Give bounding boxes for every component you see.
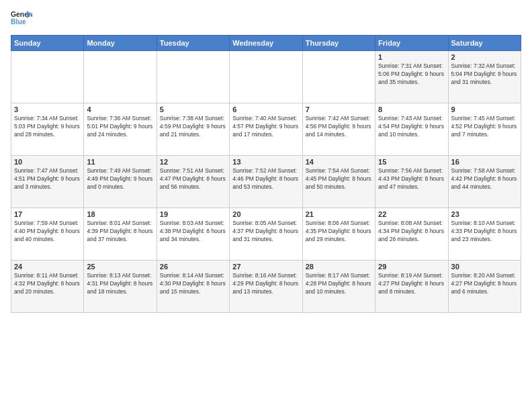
calendar-cell: 27Sunrise: 8:16 AM Sunset: 4:29 PM Dayli… — [230, 261, 302, 313]
calendar-cell: 30Sunrise: 8:20 AM Sunset: 4:27 PM Dayli… — [448, 261, 521, 313]
calendar-cell: 22Sunrise: 8:08 AM Sunset: 4:34 PM Dayli… — [375, 208, 448, 261]
day-number: 12 — [160, 158, 226, 166]
calendar-cell: 24Sunrise: 8:11 AM Sunset: 4:32 PM Dayli… — [11, 261, 84, 313]
day-number: 3 — [14, 105, 81, 113]
weekday-header-thursday: Thursday — [302, 36, 375, 51]
day-number: 11 — [87, 158, 153, 166]
day-number: 25 — [87, 263, 153, 271]
day-number: 9 — [451, 105, 518, 113]
weekday-header-wednesday: Wednesday — [230, 36, 302, 51]
weekday-header-tuesday: Tuesday — [157, 36, 229, 51]
weekday-header-row: SundayMondayTuesdayWednesdayThursdayFrid… — [11, 36, 521, 51]
calendar-cell: 8Sunrise: 7:43 AM Sunset: 4:54 PM Daylig… — [375, 103, 448, 156]
calendar-cell: 1Sunrise: 7:31 AM Sunset: 5:06 PM Daylig… — [375, 51, 448, 103]
day-number: 27 — [232, 263, 299, 271]
day-info: Sunrise: 7:31 AM Sunset: 5:06 PM Dayligh… — [378, 62, 445, 87]
day-number: 8 — [378, 105, 445, 113]
day-number: 2 — [451, 53, 518, 61]
day-info: Sunrise: 7:40 AM Sunset: 4:57 PM Dayligh… — [232, 115, 299, 139]
day-number: 26 — [160, 263, 226, 271]
day-number: 15 — [378, 158, 445, 166]
day-info: Sunrise: 7:51 AM Sunset: 4:47 PM Dayligh… — [160, 167, 226, 191]
day-info: Sunrise: 8:05 AM Sunset: 4:37 PM Dayligh… — [232, 220, 299, 244]
calendar-cell — [157, 51, 229, 103]
day-info: Sunrise: 8:14 AM Sunset: 4:30 PM Dayligh… — [160, 272, 226, 296]
day-info: Sunrise: 8:03 AM Sunset: 4:38 PM Dayligh… — [160, 220, 226, 244]
calendar-cell: 14Sunrise: 7:54 AM Sunset: 4:45 PM Dayli… — [302, 156, 375, 208]
week-row-1: 1Sunrise: 7:31 AM Sunset: 5:06 PM Daylig… — [11, 51, 521, 103]
calendar: SundayMondayTuesdayWednesdayThursdayFrid… — [11, 35, 521, 313]
week-row-5: 24Sunrise: 8:11 AM Sunset: 4:32 PM Dayli… — [11, 261, 521, 313]
calendar-cell: 19Sunrise: 8:03 AM Sunset: 4:38 PM Dayli… — [157, 208, 229, 261]
day-info: Sunrise: 7:34 AM Sunset: 5:03 PM Dayligh… — [14, 115, 81, 139]
week-row-2: 3Sunrise: 7:34 AM Sunset: 5:03 PM Daylig… — [11, 103, 521, 156]
day-info: Sunrise: 8:17 AM Sunset: 4:28 PM Dayligh… — [306, 272, 372, 296]
calendar-cell: 23Sunrise: 8:10 AM Sunset: 4:33 PM Dayli… — [448, 208, 521, 261]
calendar-cell: 4Sunrise: 7:36 AM Sunset: 5:01 PM Daylig… — [84, 103, 157, 156]
calendar-cell: 11Sunrise: 7:49 AM Sunset: 4:49 PM Dayli… — [84, 156, 157, 208]
calendar-cell: 20Sunrise: 8:05 AM Sunset: 4:37 PM Dayli… — [230, 208, 302, 261]
week-row-3: 10Sunrise: 7:47 AM Sunset: 4:51 PM Dayli… — [11, 156, 521, 208]
day-number: 17 — [14, 210, 81, 218]
weekday-header-sunday: Sunday — [11, 36, 84, 51]
day-number: 23 — [451, 210, 518, 218]
day-info: Sunrise: 8:08 AM Sunset: 4:34 PM Dayligh… — [378, 220, 445, 244]
calendar-cell: 18Sunrise: 8:01 AM Sunset: 4:39 PM Dayli… — [84, 208, 157, 261]
day-number: 22 — [378, 210, 445, 218]
svg-text:Blue: Blue — [11, 18, 26, 26]
day-info: Sunrise: 7:52 AM Sunset: 4:46 PM Dayligh… — [232, 167, 299, 191]
calendar-cell — [11, 51, 84, 103]
calendar-cell — [302, 51, 375, 103]
day-info: Sunrise: 8:19 AM Sunset: 4:27 PM Dayligh… — [378, 272, 445, 296]
calendar-cell: 6Sunrise: 7:40 AM Sunset: 4:57 PM Daylig… — [230, 103, 302, 156]
day-info: Sunrise: 7:58 AM Sunset: 4:42 PM Dayligh… — [451, 167, 518, 191]
page: General Blue SundayMondayTuesdayWednesda… — [0, 0, 532, 411]
day-info: Sunrise: 7:45 AM Sunset: 4:52 PM Dayligh… — [451, 115, 518, 139]
day-number: 19 — [160, 210, 226, 218]
day-info: Sunrise: 8:11 AM Sunset: 4:32 PM Dayligh… — [14, 272, 81, 296]
day-info: Sunrise: 7:36 AM Sunset: 5:01 PM Dayligh… — [87, 115, 153, 139]
calendar-cell: 28Sunrise: 8:17 AM Sunset: 4:28 PM Dayli… — [302, 261, 375, 313]
calendar-cell: 5Sunrise: 7:38 AM Sunset: 4:59 PM Daylig… — [157, 103, 229, 156]
day-number: 14 — [306, 158, 372, 166]
week-row-4: 17Sunrise: 7:59 AM Sunset: 4:40 PM Dayli… — [11, 208, 521, 261]
day-info: Sunrise: 8:01 AM Sunset: 4:39 PM Dayligh… — [87, 220, 153, 244]
calendar-cell: 25Sunrise: 8:13 AM Sunset: 4:31 PM Dayli… — [84, 261, 157, 313]
day-info: Sunrise: 8:13 AM Sunset: 4:31 PM Dayligh… — [87, 272, 153, 296]
calendar-cell: 21Sunrise: 8:06 AM Sunset: 4:35 PM Dayli… — [302, 208, 375, 261]
calendar-cell: 26Sunrise: 8:14 AM Sunset: 4:30 PM Dayli… — [157, 261, 229, 313]
calendar-cell: 12Sunrise: 7:51 AM Sunset: 4:47 PM Dayli… — [157, 156, 229, 208]
day-number: 24 — [14, 263, 81, 271]
day-info: Sunrise: 7:59 AM Sunset: 4:40 PM Dayligh… — [14, 220, 81, 244]
weekday-header-saturday: Saturday — [448, 36, 521, 51]
day-info: Sunrise: 7:42 AM Sunset: 4:56 PM Dayligh… — [306, 115, 372, 139]
day-info: Sunrise: 7:38 AM Sunset: 4:59 PM Dayligh… — [160, 115, 226, 139]
day-info: Sunrise: 8:20 AM Sunset: 4:27 PM Dayligh… — [451, 272, 518, 296]
day-info: Sunrise: 8:06 AM Sunset: 4:35 PM Dayligh… — [306, 220, 372, 244]
calendar-cell: 29Sunrise: 8:19 AM Sunset: 4:27 PM Dayli… — [375, 261, 448, 313]
calendar-cell — [84, 51, 157, 103]
header: General Blue — [11, 8, 521, 30]
day-info: Sunrise: 8:10 AM Sunset: 4:33 PM Dayligh… — [451, 220, 518, 244]
day-number: 28 — [306, 263, 372, 271]
day-number: 4 — [87, 105, 153, 113]
calendar-cell: 17Sunrise: 7:59 AM Sunset: 4:40 PM Dayli… — [11, 208, 84, 261]
calendar-cell: 16Sunrise: 7:58 AM Sunset: 4:42 PM Dayli… — [448, 156, 521, 208]
calendar-cell: 15Sunrise: 7:56 AM Sunset: 4:43 PM Dayli… — [375, 156, 448, 208]
day-info: Sunrise: 7:47 AM Sunset: 4:51 PM Dayligh… — [14, 167, 81, 191]
day-number: 6 — [232, 105, 299, 113]
day-number: 1 — [378, 53, 445, 61]
day-info: Sunrise: 7:56 AM Sunset: 4:43 PM Dayligh… — [378, 167, 445, 191]
day-number: 10 — [14, 158, 81, 166]
day-number: 16 — [451, 158, 518, 166]
day-number: 18 — [87, 210, 153, 218]
weekday-header-monday: Monday — [84, 36, 157, 51]
day-number: 21 — [306, 210, 372, 218]
day-number: 20 — [232, 210, 299, 218]
logo: General Blue — [11, 8, 32, 30]
calendar-cell: 3Sunrise: 7:34 AM Sunset: 5:03 PM Daylig… — [11, 103, 84, 156]
day-info: Sunrise: 7:54 AM Sunset: 4:45 PM Dayligh… — [306, 167, 372, 191]
calendar-cell: 13Sunrise: 7:52 AM Sunset: 4:46 PM Dayli… — [230, 156, 302, 208]
day-info: Sunrise: 7:49 AM Sunset: 4:49 PM Dayligh… — [87, 167, 153, 191]
day-number: 5 — [160, 105, 226, 113]
